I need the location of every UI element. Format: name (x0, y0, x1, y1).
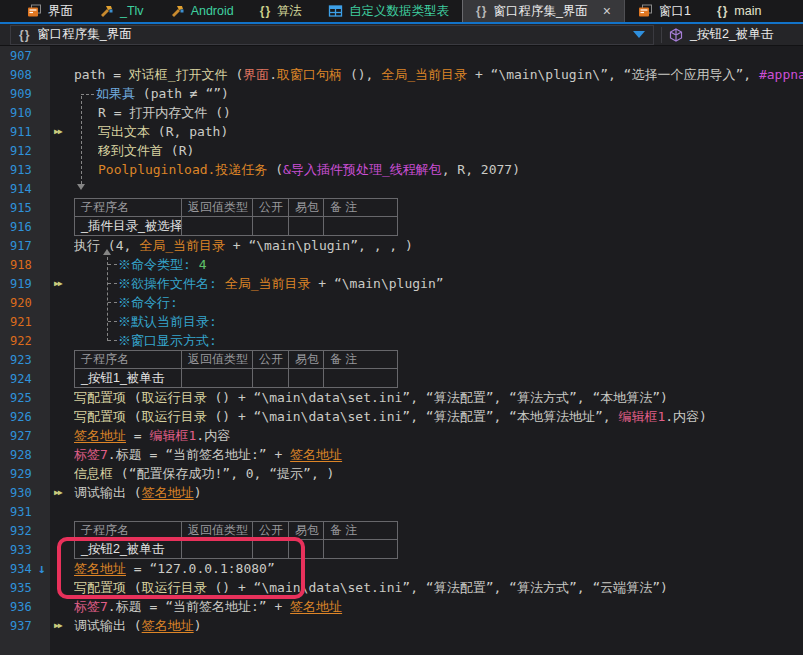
line-number[interactable]: 909 (0, 87, 50, 101)
code-token: . (269, 67, 277, 82)
line-number[interactable]: 930 (0, 486, 50, 500)
code-line-918[interactable]: 918※命令类型: 4 (0, 255, 803, 274)
code-line-925[interactable]: 925写配置项 (取运行目录 () + “\main\data\set.ini”… (0, 388, 803, 407)
member-dropdown[interactable]: _按钮2_被单击 (669, 26, 773, 43)
code-line-934[interactable]: 934↓签名地址 = “127.0.0.1:8080” (0, 559, 803, 578)
line-number[interactable]: 928 (0, 448, 50, 462)
line-number[interactable]: 922 (0, 334, 50, 348)
code-token: , R, 2077) (442, 162, 520, 177)
tab-界面[interactable]: 界面 (14, 0, 86, 22)
line-number[interactable]: 912 (0, 144, 50, 158)
code-line-911[interactable]: 911▶▶写出文本 (R, path) (0, 122, 803, 141)
code-line-932[interactable]: 932子程序名返回值类型公开易包备 注 (0, 521, 803, 540)
line-number[interactable]: 910 (0, 106, 50, 120)
line-number[interactable]: 929 (0, 467, 50, 481)
tab-算法[interactable]: {}算法 (247, 0, 315, 22)
code-line-921[interactable]: 921※默认当前目录: (0, 312, 803, 331)
code-line-915[interactable]: 915子程序名返回值类型公开易包备 注 (0, 198, 803, 217)
line-number[interactable]: 935 (0, 581, 50, 595)
code-line-929[interactable]: 929信息框 (“配置保存成功!”, 0, “提示”, ) (0, 464, 803, 483)
line-number[interactable]: 925 (0, 391, 50, 405)
line-number[interactable]: 933 (0, 543, 50, 557)
line-number[interactable]: 907 (0, 49, 50, 63)
code-line-928[interactable]: 928标签7.标题 = “当前签名地址:” + 签名地址 (0, 445, 803, 464)
tab-label: Android (191, 4, 234, 18)
line-content: 签名地址 = 编辑框1.内容 (74, 426, 803, 445)
line-number[interactable]: 919 (0, 277, 50, 291)
code-token: 签名地址 (142, 618, 194, 633)
code-line-926[interactable]: 926写配置项 (取运行目录 () + “\main\data\set.ini”… (0, 407, 803, 426)
code-line-933[interactable]: 933_按钮2_被单击 (0, 540, 803, 559)
code-line-937[interactable]: 937▶▶调试输出 (签名地址) (0, 616, 803, 635)
line-number[interactable]: 921 (0, 315, 50, 329)
code-line-936[interactable]: 936标签7.标题 = “当前签名地址:” + 签名地址 (0, 597, 803, 616)
line-content: ※命令行: (118, 293, 803, 312)
code-line-913[interactable]: 913Poolpluginload.投递任务 (&导入插件预处理_线程解包, R… (0, 160, 803, 179)
code-token: = “127.0.0.1:8080” (126, 561, 275, 576)
line-content: 签名地址 = “127.0.0.1:8080” (74, 559, 803, 578)
code-line-922[interactable]: 922※窗口显示方式: (0, 331, 803, 350)
line-number[interactable]: 908 (0, 68, 50, 82)
code-line-914[interactable]: 914 (0, 179, 803, 198)
tab-_Tlv[interactable]: _Tlv (86, 0, 157, 22)
code-token: (R, path) (150, 124, 228, 139)
code-token: 写配置项 (74, 409, 126, 424)
code-line-909[interactable]: 909如果真 (path ≠ “”) (0, 84, 803, 103)
code-token: ) (194, 485, 202, 500)
code-token: () + “\main\data\set.ini”, “算法配置”, “本地算法… (207, 409, 619, 424)
code-line-917[interactable]: 917执行 (4, 全局_当前目录 + “\main\plugin”, , , … (0, 236, 803, 255)
scope-dropdown[interactable]: {} 窗口程序集_界面 (10, 25, 654, 45)
code-token: 移到文件首 (98, 143, 163, 158)
tab-自定义数据类型表[interactable]: 自定义数据类型表 (315, 0, 462, 22)
line-number[interactable]: 914 (0, 182, 50, 196)
tab-窗口1[interactable]: 窗口1 (625, 0, 704, 22)
line-number[interactable]: 926 (0, 410, 50, 424)
code-line-908[interactable]: 908path = 对话框_打开文件 (界面.取窗口句柄 (), 全局_当前目录… (0, 65, 803, 84)
code-line-923[interactable]: 923子程序名返回值类型公开易包备 注 (0, 350, 803, 369)
line-number[interactable]: 920 (0, 296, 50, 310)
code-line-924[interactable]: 924_按钮1_被单击 (0, 369, 803, 388)
line-number[interactable]: 923 (0, 353, 50, 367)
code-line-916[interactable]: 916_插件目录_被选择 (0, 217, 803, 236)
line-number[interactable]: 913 (0, 163, 50, 177)
code-line-912[interactable]: 912移到文件首 (R) (0, 141, 803, 160)
code-token: #appname (759, 67, 803, 82)
code-line-927[interactable]: 927签名地址 = 编辑框1.内容 (0, 426, 803, 445)
code-line-931[interactable]: 931 (0, 502, 803, 521)
line-number[interactable]: 924 (0, 372, 50, 386)
table-header-cell: 备 注 (323, 198, 398, 217)
line-number[interactable]: 915 (0, 201, 50, 215)
line-number[interactable]: 911 (0, 125, 50, 139)
line-content: 标签7.标题 = “当前签名地址:” + 签名地址 (74, 597, 803, 616)
tab-窗口程序集_界面[interactable]: {}窗口程序集_界面× (462, 0, 625, 22)
code-line-919[interactable]: 919▶▶※欲操作文件名: 全局_当前目录 + “\main\plugin” (0, 274, 803, 293)
close-icon[interactable]: × (603, 4, 611, 18)
line-number[interactable]: 917 (0, 239, 50, 253)
line-number[interactable]: 918 (0, 258, 50, 272)
line-content: ※命令类型: 4 (118, 255, 803, 274)
line-number[interactable]: 937 (0, 619, 50, 633)
tab-Android[interactable]: Android (157, 0, 247, 22)
code-line-907[interactable]: 907 (0, 46, 803, 65)
line-number[interactable]: 927 (0, 429, 50, 443)
chevron-down-icon[interactable] (633, 31, 645, 38)
code-token: 全局_当前目录 (139, 238, 225, 253)
code-line-935[interactable]: 935写配置项 (取运行目录 () + “\main\data\set.ini”… (0, 578, 803, 597)
line-number[interactable]: 936 (0, 600, 50, 614)
code-line-910[interactable]: 910R = 打开内存文件 () (0, 103, 803, 122)
code-line-920[interactable]: 920※命令行: (0, 293, 803, 312)
line-number[interactable]: 916 (0, 220, 50, 234)
line-number[interactable]: 932 (0, 524, 50, 538)
table-cell[interactable]: _按钮2_被单击 (74, 540, 182, 559)
code-line-930[interactable]: 930▶▶调试输出 (签名地址) (0, 483, 803, 502)
table-cell[interactable]: _插件目录_被选择 (74, 217, 182, 236)
table-cell[interactable]: _按钮1_被单击 (74, 369, 182, 388)
code-token: 签名地址 (74, 428, 126, 443)
tab-main[interactable]: {}main (704, 0, 774, 22)
line-number[interactable]: 931 (0, 505, 50, 519)
code-token: 写出文本 (98, 124, 150, 139)
table-cell (288, 217, 324, 236)
code-token: + “\main\plugin\”, “选择一个应用导入”, (467, 67, 759, 82)
code-token: + “\main\plugin” (310, 276, 443, 291)
code-editor[interactable]: 907908path = 对话框_打开文件 (界面.取窗口句柄 (), 全局_当… (0, 46, 803, 655)
